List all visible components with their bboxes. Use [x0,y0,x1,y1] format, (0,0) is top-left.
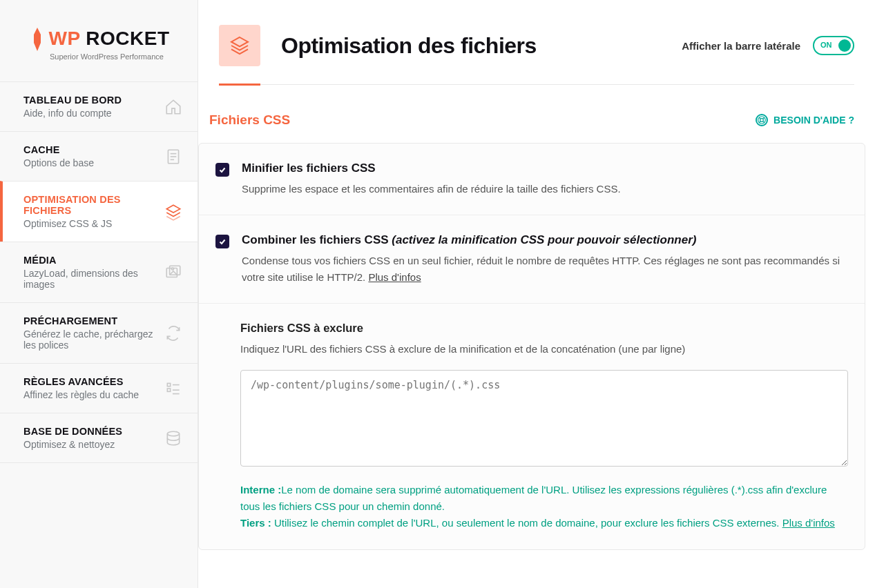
section-title: Fichiers CSS [209,112,290,128]
option-combine-css: Combiner les fichiers CSS (activez la mi… [199,215,865,304]
nav-file-optimization[interactable]: OPTIMISATION DES FICHIERS Optimisez CSS … [0,181,198,242]
nav-item-sub: Aide, info du compte [23,108,155,119]
svg-point-6 [171,267,173,269]
rocket-icon [30,28,46,51]
toggle-knob [838,39,851,52]
nav-item-sub: Optimisez CSS & JS [23,218,155,229]
layers-icon [164,203,182,221]
svg-rect-9 [167,389,170,391]
nav-media[interactable]: MÉDIA LazyLoad, dimensions des images [0,242,198,302]
svg-line-15 [759,117,760,119]
help-link[interactable]: BESOIN D'AIDE ? [756,114,854,126]
svg-rect-7 [167,383,170,386]
logo-wp-text: WP [48,28,80,49]
nav-item-title: CACHE [23,144,155,155]
tab-underline [219,84,854,85]
svg-point-14 [760,119,764,122]
nav-item-title: BASE DE DONNÉES [23,426,155,437]
nav-advanced-rules[interactable]: RÈGLES AVANCÉES Affinez les règles du ca… [0,363,198,413]
nav-item-title: MÉDIA [23,255,155,266]
page-title: Optimisation des fichiers [281,33,682,59]
option-exclude-css: Fichiers CSS à exclure Indiquez l'URL de… [199,304,865,549]
exclude-title: Fichiers CSS à exclure [240,322,848,335]
list-icon [164,380,182,398]
nav-menu: TABLEAU DE BORD Aide, info du compte CAC… [0,81,198,588]
nav-item-sub: Optimisez & nettoyez [23,439,155,450]
lifesaver-icon [756,114,768,126]
sidebar-toggle-label: Afficher la barre latérale [682,40,800,52]
header-layers-icon [219,25,260,66]
more-info-link[interactable]: Plus d'infos [782,517,835,529]
svg-line-18 [763,117,765,119]
nav-database[interactable]: BASE DE DONNÉES Optimisez & nettoyez [0,413,198,463]
images-icon [164,264,182,282]
main-content: Optimisation des fichiers Afficher la ba… [198,0,875,588]
brand-logo: WP ROCKET Superior WordPress Performance [0,0,198,81]
svg-line-16 [763,121,765,123]
nav-item-sub: Affinez les règles du cache [23,389,155,400]
document-icon [164,148,182,166]
minify-css-checkbox[interactable] [215,163,229,177]
toggle-state-text: ON [820,41,832,49]
help-link-text: BESOIN D'AIDE ? [773,115,854,126]
logo-rocket-text: ROCKET [80,28,170,49]
logo-tagline: Superior WordPress Performance [50,52,177,61]
hint-interne-label: Interne : [240,484,281,496]
refresh-icon [164,324,182,342]
nav-item-sub: Options de base [23,157,155,168]
option-description: Condense tous vos fichiers CSS en un seu… [242,253,848,285]
option-title: Minifier les fichiers CSS [242,161,848,175]
option-minify-css: Minifier les fichiers CSS Supprime les e… [199,144,865,215]
nav-item-title: TABLEAU DE BORD [23,95,155,106]
exclude-css-textarea[interactable] [240,370,848,467]
nav-item-title: RÈGLES AVANCÉES [23,376,155,387]
nav-item-title: OPTIMISATION DES FICHIERS [23,194,155,216]
options-panel: Minifier les fichiers CSS Supprime les e… [198,143,865,550]
sidebar-toggle[interactable]: ON [813,36,854,55]
exclude-hint: Interne :Le nom de domaine sera supprimé… [240,482,848,531]
active-tab-indicator [219,84,260,86]
page-header: Optimisation des fichiers Afficher la ba… [198,25,875,84]
nav-dashboard[interactable]: TABLEAU DE BORD Aide, info du compte [0,81,198,131]
option-description: Supprime les espace et les commentaires … [242,181,848,197]
sidebar: WP ROCKET Superior WordPress Performance… [0,0,198,588]
nav-item-title: PRÉCHARGEMENT [23,315,155,326]
svg-point-12 [167,431,179,436]
option-title: Combiner les fichiers CSS (activez la mi… [242,233,848,247]
home-icon [164,98,182,116]
database-icon [164,429,182,447]
nav-item-sub: Générez le cache, préchargez les polices [23,329,155,351]
more-info-link[interactable]: Plus d'infos [368,271,421,283]
nav-preload[interactable]: PRÉCHARGEMENT Générez le cache, précharg… [0,302,198,363]
svg-line-17 [759,121,760,123]
nav-item-sub: LazyLoad, dimensions des images [23,268,155,290]
exclude-description: Indiquez l'URL des fichiers CSS à exclur… [240,343,848,355]
combine-css-checkbox[interactable] [215,235,229,248]
hint-tiers-label: Tiers : [240,517,271,529]
nav-cache[interactable]: CACHE Options de base [0,131,198,181]
